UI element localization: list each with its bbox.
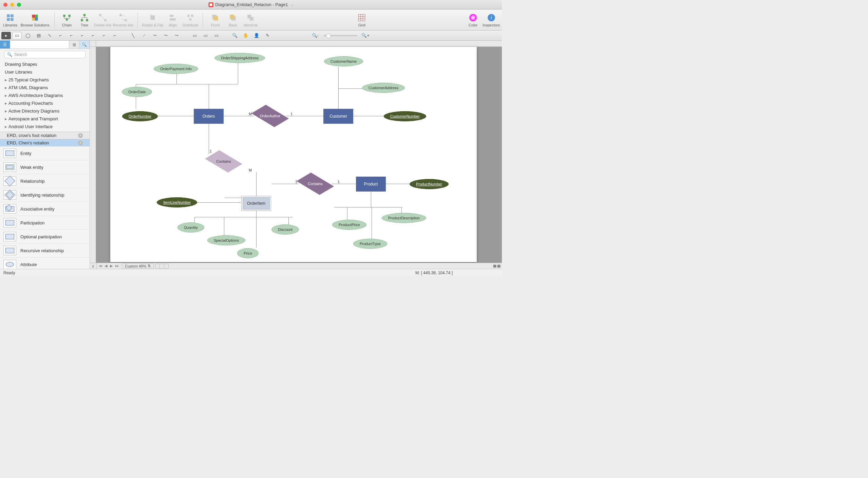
zoom-in-button[interactable]: 🔍+ <box>361 32 370 39</box>
nav-last[interactable]: ⏭ <box>114 264 119 268</box>
connector-tool-7[interactable]: ⌐ <box>110 32 119 39</box>
stencil-id-relationship[interactable]: Identifying relationship <box>0 188 90 202</box>
pen-tool[interactable]: ✎ <box>263 32 272 39</box>
lib-item[interactable]: ▶Accounting Flowcharts <box>0 99 90 107</box>
tree-button[interactable]: Tree <box>76 11 93 29</box>
attr-customeraddress[interactable]: CustomerAddress <box>362 83 405 93</box>
attr-orderdate[interactable]: OrderDate <box>122 87 152 97</box>
lib-item[interactable]: Drawing Shapes <box>0 60 90 68</box>
group-tool-3[interactable]: ▭ <box>212 32 221 39</box>
attr-productdescription[interactable]: ProductDescription <box>382 213 426 223</box>
inspectors-button[interactable]: iInspectors <box>483 11 500 29</box>
maximize-icon[interactable] <box>17 3 21 7</box>
minimize-icon[interactable] <box>10 3 14 7</box>
entity-orderitem[interactable]: OrderItem <box>241 196 271 211</box>
stencil-entity[interactable]: Entity <box>0 146 90 160</box>
attr-productprice[interactable]: ProductPrice <box>332 220 366 230</box>
attr-price[interactable]: Price <box>237 248 259 258</box>
stencil-opt-participation[interactable]: Optional participation <box>0 230 90 244</box>
connector-tool-1[interactable]: ⤡ <box>45 32 54 39</box>
lib-item[interactable]: ▶Android User Interface <box>0 123 90 131</box>
nav-next[interactable]: ▶ <box>109 264 114 268</box>
stencil-assoc-entity[interactable]: Associative entity <box>0 202 90 216</box>
canvas[interactable]: OrderShippingAddress OrderPayment Info O… <box>90 41 502 269</box>
group-tool-1[interactable]: ▭ <box>190 32 200 39</box>
pan-tool[interactable]: ✋ <box>241 32 250 39</box>
rect-tool[interactable]: ▭ <box>12 32 22 39</box>
stencil-attribute[interactable]: Attribute <box>0 258 90 269</box>
rel-contains-1[interactable]: Contains <box>207 151 240 172</box>
line-tool-5[interactable]: ⤳ <box>172 32 181 39</box>
rel-orderauthor[interactable]: OrderAuthor <box>254 106 286 126</box>
stencil-participation[interactable]: Participation <box>0 216 90 230</box>
line-tool-2[interactable]: ⟋ <box>139 32 149 39</box>
attr-discount[interactable]: Discount <box>271 224 299 235</box>
back-button[interactable]: Back <box>225 11 241 29</box>
split-icon[interactable]: ⫿ <box>90 263 97 269</box>
align-button[interactable]: Align <box>165 11 181 29</box>
stencil-tab-chen[interactable]: ERD, Chen's notation× <box>0 139 90 146</box>
chain-button[interactable]: Chain <box>59 11 75 29</box>
libraries-button[interactable]: Libraries <box>2 11 18 29</box>
attr-customernumber[interactable]: CustomerNumber <box>384 111 426 121</box>
entity-orders[interactable]: Orders <box>194 109 224 124</box>
lib-item[interactable]: ▶ATM UML Diagrams <box>0 84 90 92</box>
rotate-button[interactable]: Rotate & Flip <box>142 11 164 29</box>
stencil-tab-crow[interactable]: ERD, crow's foot notation× <box>0 132 90 139</box>
connector-tool-3[interactable]: ⌐ <box>67 32 76 39</box>
attr-quantity[interactable]: Quantity <box>177 222 204 233</box>
page-tabs[interactable] <box>155 264 168 268</box>
line-tool-1[interactable]: ╲ <box>128 32 138 39</box>
lib-item[interactable]: ▶Aerospace and Transport <box>0 115 90 123</box>
attr-ordershipping[interactable]: OrderShippingAddress <box>214 53 265 63</box>
nav-first[interactable]: ⏮ <box>98 264 103 268</box>
stencil-recursive[interactable]: Recursive relationship <box>0 244 90 258</box>
pointer-tool[interactable]: ▸ <box>1 32 11 39</box>
lib-item[interactable]: ▶AWS Architecture Diagrams <box>0 92 90 99</box>
person-tool[interactable]: 👤 <box>252 32 261 39</box>
attr-specialoptions[interactable]: SpecialOptions <box>207 235 245 245</box>
entity-product[interactable]: Product <box>356 177 386 192</box>
corner-icon-1[interactable]: ▦ <box>493 264 496 268</box>
sidebar-tab-grid[interactable]: ⊞ <box>69 41 79 48</box>
line-tool-3[interactable]: ⤳ <box>150 32 159 39</box>
text-tool[interactable]: ▤ <box>34 32 43 39</box>
attr-producttype[interactable]: ProductType <box>353 239 387 249</box>
color-button[interactable]: Color <box>465 11 481 29</box>
attr-customername[interactable]: CustomerName <box>324 56 363 66</box>
front-button[interactable]: Front <box>207 11 223 29</box>
corner-icon-2[interactable]: ▦ <box>497 264 501 268</box>
connector-tool-5[interactable]: ⌐ <box>88 32 98 39</box>
close-icon[interactable]: × <box>78 141 83 145</box>
lib-item[interactable]: ▶25 Typical Orgcharts <box>0 76 90 84</box>
group-tool-2[interactable]: ▭ <box>201 32 210 39</box>
zoom-combo[interactable]: Custom 49%⇅ <box>122 263 154 268</box>
zoom-tool[interactable]: 🔍 <box>230 32 240 39</box>
connector-tool-2[interactable]: ⌐ <box>56 32 65 39</box>
identical-button[interactable]: Identical <box>242 11 259 29</box>
lib-item[interactable]: User Libraries <box>0 68 90 76</box>
entity-customer[interactable]: Customer <box>323 109 353 124</box>
page[interactable]: OrderShippingAddress OrderPayment Info O… <box>110 47 477 262</box>
distribute-button[interactable]: Distribute <box>182 11 199 29</box>
stencil-relationship[interactable]: Relationship <box>0 174 90 188</box>
connector-tool-6[interactable]: ⌐ <box>99 32 109 39</box>
attr-itemlinenumber[interactable]: ItemLineNumber <box>157 197 197 207</box>
stencil-weak-entity[interactable]: Weak entity <box>0 160 90 174</box>
delete-link-button[interactable]: Delete link <box>94 11 111 29</box>
zoom-out-button[interactable]: 🔍- <box>310 32 320 39</box>
attr-orderpayment[interactable]: OrderPayment Info <box>154 64 198 74</box>
library-list[interactable]: Drawing Shapes User Libraries ▶25 Typica… <box>0 60 90 132</box>
zoom-slider[interactable] <box>323 35 357 36</box>
stencil-list[interactable]: Entity Weak entity Relationship Identify… <box>0 146 90 269</box>
lib-item[interactable]: ▶Active Directory Diagrams <box>0 107 90 115</box>
chevron-down-icon[interactable]: ⌄ <box>291 3 294 6</box>
sidebar-tab-search[interactable]: 🔍 <box>79 41 90 48</box>
search-input[interactable]: 🔍 Search <box>4 51 86 58</box>
line-tool-4[interactable]: ⤳ <box>161 32 170 39</box>
connector-tool-4[interactable]: ⌐ <box>77 32 87 39</box>
close-icon[interactable]: × <box>78 133 83 138</box>
rel-contains-2[interactable]: Contains <box>299 174 332 194</box>
ellipse-tool[interactable]: ◯ <box>23 32 33 39</box>
sidebar-tab-tree[interactable]: ☰ <box>0 41 10 48</box>
